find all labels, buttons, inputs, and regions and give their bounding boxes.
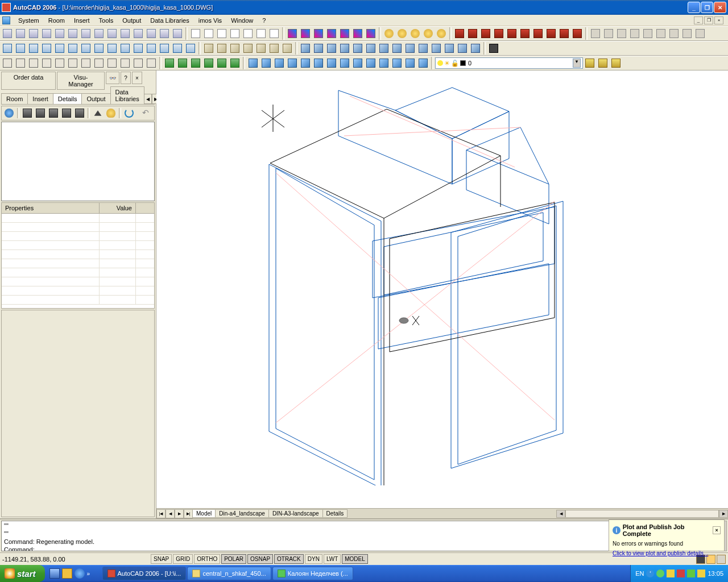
tool-icon[interactable] <box>396 27 408 40</box>
prop-row[interactable] <box>2 277 154 286</box>
box3d-icon[interactable] <box>365 42 377 55</box>
ie-icon[interactable] <box>75 568 85 579</box>
layer-dropdown[interactable]: ☀ 🔓 0 ▼ <box>435 57 583 69</box>
tool-icon[interactable] <box>93 27 105 40</box>
tool-icon[interactable] <box>409 27 421 40</box>
tool-icon[interactable] <box>40 57 53 69</box>
layer-tool-icon[interactable] <box>584 57 596 69</box>
language-indicator[interactable]: EN <box>635 570 644 577</box>
box3d-icon[interactable] <box>242 42 254 55</box>
maximize-button[interactable]: ❐ <box>701 2 713 13</box>
panel-tool-icon[interactable] <box>73 107 86 119</box>
tool-icon[interactable] <box>67 27 79 40</box>
layout-tab-details[interactable]: Details <box>322 509 348 518</box>
panel-tool-icon[interactable] <box>21 107 34 119</box>
tool-icon[interactable] <box>615 27 628 40</box>
tool-icon[interactable] <box>338 27 351 40</box>
tool-icon[interactable] <box>163 57 176 69</box>
tool-icon[interactable] <box>668 27 680 40</box>
tool-icon[interactable] <box>493 27 505 40</box>
tool-icon[interactable] <box>351 27 364 40</box>
visu-manager-button[interactable]: Visu-Manager <box>57 72 105 90</box>
menu-system[interactable]: System <box>14 16 44 25</box>
tool-icon[interactable] <box>106 27 118 40</box>
box3d-icon[interactable] <box>202 42 215 55</box>
panel-tab-details[interactable]: Details <box>53 93 82 104</box>
box3d-icon[interactable] <box>378 42 390 55</box>
outlook-icon[interactable] <box>62 568 72 579</box>
prop-row[interactable] <box>2 286 154 296</box>
box3d-icon[interactable] <box>338 42 351 55</box>
minimize-button[interactable]: _ <box>688 2 700 13</box>
tray-icon[interactable] <box>677 569 685 577</box>
tool-icon[interactable] <box>132 42 144 55</box>
menu-insert[interactable]: Insert <box>69 16 94 25</box>
box3d-icon[interactable] <box>216 42 228 55</box>
menu-window[interactable]: Window <box>226 16 258 25</box>
box3d-icon[interactable] <box>430 42 442 55</box>
tool-icon[interactable] <box>558 27 570 40</box>
ql-chevron-icon[interactable]: » <box>87 568 97 579</box>
box3d-icon[interactable] <box>417 42 429 55</box>
tool-icon[interactable] <box>27 42 40 55</box>
tool-icon[interactable] <box>93 42 105 55</box>
status-toggle-lwt[interactable]: LWT <box>324 554 341 564</box>
taskbar-button[interactable]: Калоян Неделчев (... <box>272 567 353 580</box>
status-toggle-grid[interactable]: GRID <box>173 554 193 564</box>
prop-header-value[interactable]: Value <box>100 203 136 213</box>
tab-first-button[interactable]: |◀ <box>156 509 166 518</box>
solid-icon[interactable] <box>273 57 286 69</box>
layout-tab-model[interactable]: Model <box>192 509 216 518</box>
camera-icon[interactable] <box>487 42 500 55</box>
tool-icon[interactable] <box>132 27 144 40</box>
status-toggle-osnap[interactable]: OSNAP <box>247 554 273 564</box>
tri-up-icon[interactable] <box>92 107 104 119</box>
box3d-icon[interactable] <box>325 42 338 55</box>
tool-icon[interactable] <box>642 27 654 40</box>
panel-tab-insert[interactable]: Insert <box>27 93 53 104</box>
box3d-icon[interactable] <box>404 42 416 55</box>
tool-icon[interactable] <box>268 27 280 40</box>
prop-row[interactable] <box>2 268 154 277</box>
prop-row[interactable] <box>2 232 154 241</box>
menu-[interactable]: ? <box>258 16 270 25</box>
globe-icon[interactable] <box>3 107 15 119</box>
tool-icon[interactable] <box>145 42 158 55</box>
tool-icon[interactable] <box>1 27 14 40</box>
tool-icon[interactable] <box>14 57 27 69</box>
status-toggle-ortho[interactable]: ORTHO <box>194 554 220 564</box>
close-button[interactable]: ✕ <box>714 2 726 13</box>
tool-icon[interactable] <box>189 27 202 40</box>
tool-icon[interactable] <box>53 57 66 69</box>
dropdown-arrow-icon[interactable]: ▼ <box>573 59 581 68</box>
solid-icon[interactable] <box>365 57 377 69</box>
order-data-button[interactable]: Order data <box>1 72 56 90</box>
box3d-icon[interactable] <box>229 42 241 55</box>
bulb-icon[interactable] <box>105 107 117 119</box>
tool-icon[interactable] <box>80 57 92 69</box>
prop-row[interactable] <box>2 241 154 250</box>
box3d-icon[interactable] <box>456 42 469 55</box>
tool-icon[interactable] <box>171 42 184 55</box>
tool-icon[interactable] <box>589 27 602 40</box>
panel-tool-icon[interactable] <box>34 107 47 119</box>
tool-icon[interactable] <box>93 57 105 69</box>
tool-icon[interactable] <box>202 57 215 69</box>
tool-icon[interactable] <box>1 57 14 69</box>
show-desktop-icon[interactable] <box>49 568 60 579</box>
tool-icon[interactable] <box>255 27 267 40</box>
tool-icon[interactable] <box>694 27 706 40</box>
tool-icon[interactable] <box>189 57 202 69</box>
layer-tool-icon[interactable] <box>597 57 609 69</box>
tool-icon[interactable] <box>132 57 144 69</box>
solid-icon[interactable] <box>325 57 338 69</box>
tool-icon[interactable] <box>506 27 518 40</box>
tool-icon[interactable] <box>312 27 325 40</box>
undo-icon[interactable]: ↶ <box>140 107 153 119</box>
status-toggle-polar[interactable]: POLAR <box>221 554 246 564</box>
tool-icon[interactable] <box>299 27 312 40</box>
box3d-icon[interactable] <box>391 42 403 55</box>
tool-icon[interactable] <box>158 27 171 40</box>
tool-icon[interactable] <box>67 57 79 69</box>
layer-tool-icon[interactable] <box>610 57 622 69</box>
